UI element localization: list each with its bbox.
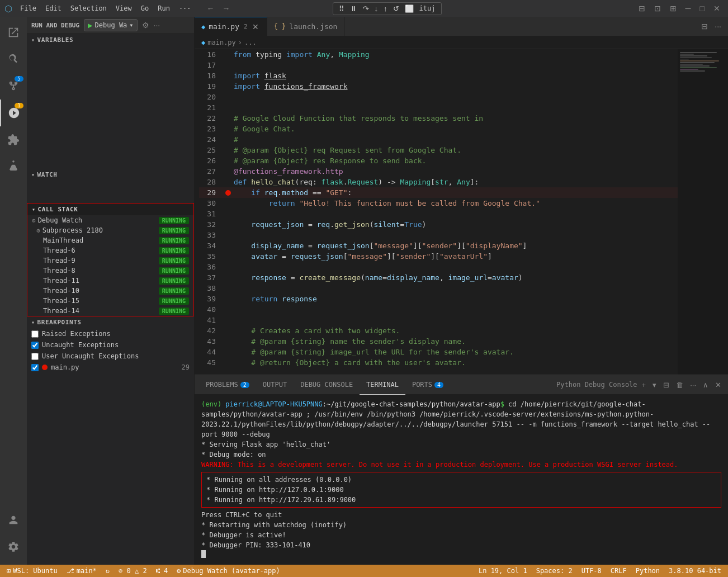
call-stack-item-7[interactable]: Thread-10 RUNNING: [27, 286, 193, 296]
new-terminal-button[interactable]: +: [640, 380, 649, 390]
minimize-button[interactable]: ─: [682, 3, 694, 14]
activity-run-debug[interactable]: 1: [0, 100, 27, 126]
uncaught-exceptions-label: Uncaught Exceptions: [42, 341, 119, 349]
status-line-ending[interactable]: CRLF: [608, 567, 629, 575]
call-stack-item-0[interactable]: ⚙Debug Watch RUNNING: [27, 215, 193, 225]
back-button[interactable]: ←: [204, 3, 218, 14]
code-line-33: 33: [199, 230, 678, 240]
call-stack-header[interactable]: ▾ CALL STACK: [27, 204, 193, 215]
debug-config-dropdown[interactable]: ▶ Debug Wa ▾: [84, 19, 137, 31]
activity-explorer[interactable]: [0, 19, 27, 46]
run-debug-badge: 1: [15, 103, 23, 108]
close-button[interactable]: ✕: [710, 3, 724, 14]
output-tab-label: OUTPUT: [263, 381, 287, 389]
status-spaces[interactable]: Spaces: 2: [534, 567, 575, 575]
panel-tab-problems[interactable]: PROBLEMS 2: [199, 375, 256, 395]
status-errors[interactable]: ⊘ 0 △ 2: [116, 567, 149, 575]
tab-main-py[interactable]: ◆ main.py 2 ✕: [195, 17, 267, 36]
breadcrumb-filename[interactable]: main.py: [207, 39, 236, 46]
status-language[interactable]: Python: [634, 567, 662, 575]
debug-config-button[interactable]: ⚙: [142, 21, 149, 30]
problems-badge: 2: [240, 382, 249, 388]
panel-tab-terminal[interactable]: TERMINAL: [360, 375, 405, 395]
running-badge-0: RUNNING: [159, 217, 189, 224]
call-stack-item-6[interactable]: Thread-11 RUNNING: [27, 276, 193, 286]
terminal-more-button[interactable]: ···: [688, 380, 698, 390]
call-stack-item-9[interactable]: Thread-14 RUNNING: [27, 306, 193, 316]
call-stack-item-3[interactable]: Thread-6 RUNNING: [27, 245, 193, 256]
activity-source-control[interactable]: 5: [0, 73, 27, 100]
status-encoding[interactable]: UTF-8: [579, 567, 604, 575]
panel-maximize-button[interactable]: ∧: [701, 380, 711, 390]
activity-extensions[interactable]: [0, 126, 27, 153]
code-line-27: 27 @functions_framework.http: [199, 166, 678, 177]
breakpoints-section-header[interactable]: ▾ BREAKPOINTS: [27, 316, 194, 328]
debug-continue-button[interactable]: ⠿: [337, 4, 347, 13]
status-debug-session[interactable]: ⚙ Debug Watch (avatar-app): [174, 567, 282, 575]
nav-buttons: ← →: [204, 3, 234, 14]
terminal-dropdown-button[interactable]: ▾: [650, 380, 659, 390]
run-debug-title: RUN AND DEBUG: [31, 22, 79, 29]
activity-settings[interactable]: [0, 533, 27, 560]
debug-more-button[interactable]: ···: [154, 21, 160, 30]
status-position[interactable]: Ln 19, Col 1: [476, 567, 530, 575]
activity-account[interactable]: [0, 507, 27, 533]
activity-test[interactable]: [0, 153, 27, 180]
panel-tab-output[interactable]: OUTPUT: [256, 375, 294, 395]
line-num-28: 28: [199, 177, 223, 187]
status-sync[interactable]: ↻: [103, 567, 112, 575]
debug-step-out-button[interactable]: ↑: [381, 4, 390, 13]
terminal-prompt-symbol: $: [500, 400, 504, 408]
menu-view[interactable]: View: [112, 3, 135, 13]
debug-restart-button[interactable]: ↺: [391, 4, 401, 13]
menu-file[interactable]: File: [17, 3, 40, 13]
status-branch[interactable]: ⎇ main*: [64, 567, 99, 575]
terminal-content[interactable]: (env) pierrick@LAPTOP-HKU5PNNG:~/git/goo…: [195, 395, 728, 565]
code-area: 16 from typing import Any, Mapping 17 18: [195, 49, 728, 375]
layout2-button[interactable]: ⊡: [651, 3, 664, 14]
variables-section-header[interactable]: ▾ VARIABLES: [27, 34, 194, 46]
debug-stop-button[interactable]: ⬜: [403, 4, 416, 13]
branch-icon: ⎇: [67, 567, 74, 575]
line-num-17: 17: [199, 60, 223, 70]
code-editor[interactable]: 16 from typing import Any, Mapping 17 18: [195, 49, 678, 375]
call-stack-item-1[interactable]: ⚙Subprocess 2180 RUNNING: [27, 225, 193, 235]
terminal-line-restart: * Restarting with watchdog (inotify): [201, 520, 721, 530]
maximize-button[interactable]: □: [697, 3, 708, 14]
call-stack-item-4[interactable]: Thread-9 RUNNING: [27, 256, 193, 266]
watch-section-header[interactable]: ▾ WATCH: [27, 169, 194, 181]
panel-close-button[interactable]: ✕: [713, 380, 724, 390]
debug-session-status-label: Debug Watch (avatar-app): [183, 567, 280, 575]
call-stack-item-8[interactable]: Thread-15 RUNNING: [27, 296, 193, 306]
tab-main-py-close[interactable]: ✕: [251, 22, 260, 31]
debug-step-over-button[interactable]: ↷: [361, 4, 371, 13]
status-ports[interactable]: ⑆ 4: [154, 567, 170, 575]
panel-tab-debug-console[interactable]: DEBUG CONSOLE: [294, 375, 360, 395]
status-python-version[interactable]: 3.8.10 64-bit: [666, 567, 724, 575]
split-terminal-button[interactable]: ⊟: [661, 380, 672, 390]
debug-step-into-button[interactable]: ↓: [372, 4, 381, 13]
code-line-29: 29 if req.method == "GET":: [199, 187, 678, 198]
split-editor-button[interactable]: ⊟: [699, 21, 710, 32]
more-tabs-button[interactable]: ···: [712, 21, 724, 32]
menu-go[interactable]: Go: [138, 3, 152, 13]
panel-tab-ports[interactable]: PORTS 4: [405, 375, 450, 395]
menu-edit[interactable]: Edit: [42, 3, 65, 13]
forward-button[interactable]: →: [219, 3, 234, 14]
layout3-button[interactable]: ⊞: [666, 3, 680, 14]
user-uncaught-checkbox[interactable]: [31, 353, 39, 360]
layout-button[interactable]: ⊟: [635, 3, 649, 14]
menu-selection[interactable]: Selection: [67, 3, 110, 13]
activity-search[interactable]: [0, 46, 27, 73]
uncaught-exceptions-checkbox[interactable]: [31, 342, 39, 349]
menu-more[interactable]: ···: [176, 3, 195, 13]
call-stack-item-5[interactable]: Thread-8 RUNNING: [27, 266, 193, 276]
raised-exceptions-checkbox[interactable]: [31, 330, 39, 338]
kill-terminal-button[interactable]: 🗑: [674, 380, 686, 390]
tab-launch-json[interactable]: { } launch.json: [267, 17, 345, 36]
mainpy-checkbox[interactable]: [31, 364, 39, 371]
menu-run[interactable]: Run: [154, 3, 173, 13]
debug-pause-button[interactable]: ⏸: [348, 4, 360, 13]
call-stack-item-2[interactable]: MainThread RUNNING: [27, 235, 193, 245]
status-wsl[interactable]: ⊞ WSL: Ubuntu: [4, 567, 60, 575]
